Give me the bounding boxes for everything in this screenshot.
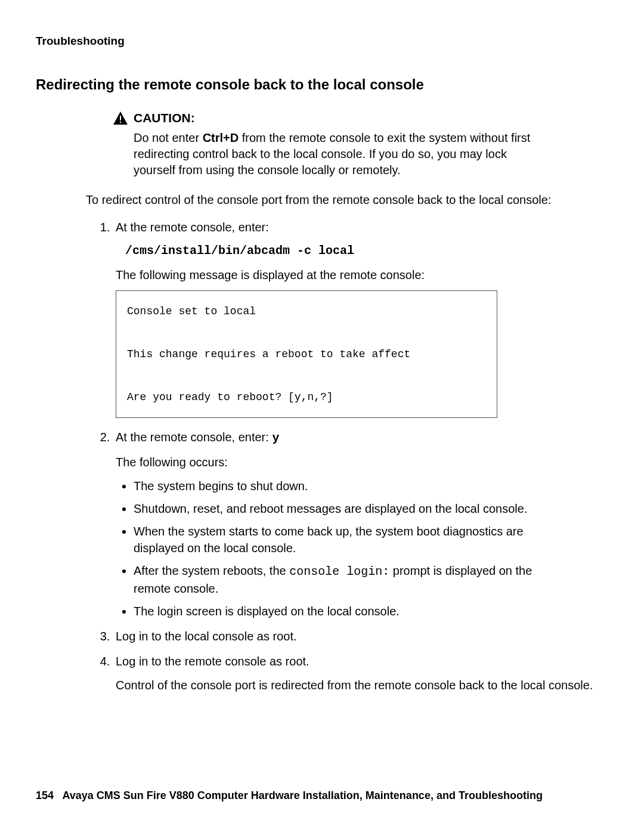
footer-title: Avaya CMS Sun Fire V880 Computer Hardwar… <box>62 789 543 801</box>
list-item: After the system reboots, the console lo… <box>134 562 608 597</box>
svg-rect-2 <box>120 122 121 123</box>
b4-code: console login: <box>289 565 389 578</box>
list-item: The system begins to shut down. <box>134 478 608 494</box>
step-1: At the remote console, enter: /cms/insta… <box>113 219 608 418</box>
page-title: Redirecting the remote console back to t… <box>36 76 608 93</box>
list-item: The login screen is displayed on the loc… <box>134 603 608 620</box>
caution-block: CAUTION: Do not enter Ctrl+D from the re… <box>113 111 608 178</box>
step-2-line-key: y <box>272 431 279 445</box>
step-2-line: At the remote console, enter: y <box>116 429 608 447</box>
console-output: Console set to local This change require… <box>116 290 497 418</box>
caution-body: Do not enter Ctrl+D from the remote cons… <box>134 130 608 178</box>
step-2: At the remote console, enter: y The foll… <box>113 429 608 620</box>
page-footer: 154 Avaya CMS Sun Fire V880 Computer Har… <box>36 789 543 802</box>
step-1-text: At the remote console, enter: <box>116 219 608 236</box>
step-2-line-pre: At the remote console, enter: <box>116 431 272 444</box>
svg-rect-1 <box>120 116 121 120</box>
running-header: Troubleshooting <box>36 35 608 48</box>
step-3: Log in to the local console as root. <box>113 628 608 645</box>
step-4-text: Log in to the remote console as root. <box>116 653 608 670</box>
steps-list: At the remote console, enter: /cms/insta… <box>113 219 608 693</box>
step-4-followup: Control of the console port is redirecte… <box>116 677 608 693</box>
intro-text: To redirect control of the console port … <box>86 191 608 208</box>
step-1-followup: The following message is displayed at th… <box>116 267 608 283</box>
step-4: Log in to the remote console as root. Co… <box>113 653 608 693</box>
b4-pre: After the system reboots, the <box>134 564 289 577</box>
caution-label: CAUTION: <box>134 111 195 125</box>
list-item: When the system starts to come back up, … <box>134 523 608 556</box>
step-2-followup: The following occurs: <box>116 454 608 470</box>
step-1-command: /cms/install/bin/abcadm -c local <box>125 243 608 259</box>
warning-icon <box>113 112 128 125</box>
step-2-bullets: The system begins to shut down. Shutdown… <box>134 478 608 620</box>
caution-body-key: Ctrl+D <box>203 131 239 144</box>
caution-body-pre: Do not enter <box>134 131 203 144</box>
step-3-text: Log in to the local console as root. <box>116 628 608 645</box>
page-number: 154 <box>36 789 54 801</box>
list-item: Shutdown, reset, and reboot messages are… <box>134 500 608 517</box>
